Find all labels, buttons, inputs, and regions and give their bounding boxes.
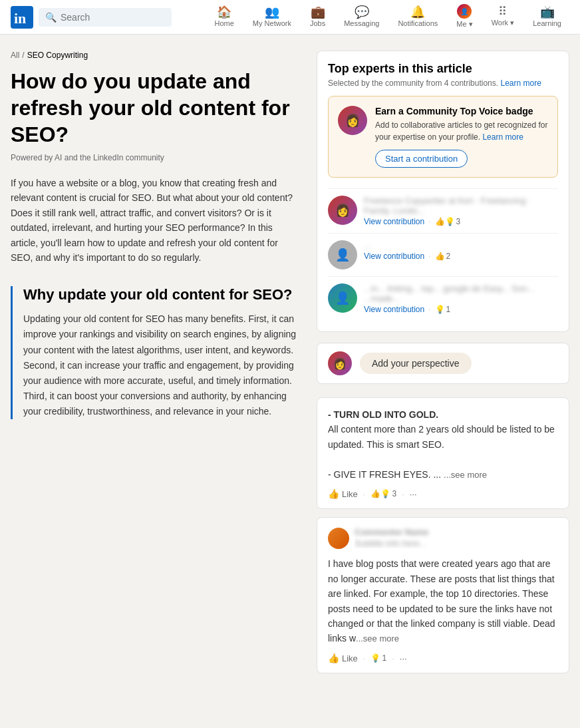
nav-messaging[interactable]: 💬 Messaging bbox=[336, 1, 387, 34]
contributor-info-2: ... View contribution · 👍 2 bbox=[364, 240, 558, 261]
nav-me[interactable]: 👤 Me ▾ bbox=[448, 0, 480, 35]
reaction-icons-1: 👍💡 bbox=[435, 217, 455, 226]
user-avatar: 👤 bbox=[457, 4, 472, 19]
breadcrumb: All / SEO Copywriting bbox=[11, 51, 301, 60]
reaction-emojis-2: 💡 bbox=[370, 653, 380, 663]
article-intro: If you have a website or a blog, you kno… bbox=[11, 176, 301, 265]
like-label-2: Like bbox=[342, 653, 358, 663]
commenter-name-2: Commenter Name bbox=[355, 527, 428, 537]
reaction-icons-2: 👍 bbox=[435, 252, 445, 261]
dot-sep-3: · bbox=[428, 305, 430, 314]
comment-reaction-count-1: 3 bbox=[392, 489, 396, 498]
view-contribution-1[interactable]: View contribution bbox=[364, 217, 424, 226]
badge-promo: 👩 Earn a Community Top Voice badge Add t… bbox=[328, 96, 558, 178]
nav-network-label: My Network bbox=[253, 19, 291, 27]
breadcrumb-all[interactable]: All bbox=[11, 51, 19, 60]
contributor-info-1: Freelance Copywriter at Keri · Freelanci… bbox=[364, 196, 558, 226]
reaction-row-2: 👍 2 bbox=[435, 252, 451, 261]
contributor-item-3: 👤 ...in... linking... top... google de E… bbox=[328, 276, 558, 321]
contributor-info-3: ...in... linking... top... google de Eas… bbox=[364, 283, 558, 314]
right-panel: Top experts in this article Selected by … bbox=[317, 51, 569, 681]
nav-home-label: Home bbox=[215, 19, 234, 27]
reaction-icons-3: 💡 bbox=[435, 305, 445, 314]
badge-promo-content: Earn a Community Top Voice badge Add to … bbox=[375, 106, 548, 168]
nav-jobs[interactable]: 💼 Jobs bbox=[302, 1, 333, 34]
commenter-sub-2: Subtitle info here... bbox=[355, 538, 428, 548]
reaction-count-1: 3 bbox=[456, 217, 461, 226]
comment-card-2: Commenter Name Subtitle info here... I h… bbox=[317, 517, 569, 673]
more-options-2[interactable]: ··· bbox=[400, 653, 407, 663]
nav-home[interactable]: 🏠 Home bbox=[207, 1, 242, 34]
like-button-1[interactable]: 👍 Like bbox=[328, 488, 358, 499]
nav-learning[interactable]: 📺 Learning bbox=[525, 1, 569, 34]
start-contribution-button[interactable]: Start a contribution bbox=[375, 150, 468, 168]
network-icon: 👥 bbox=[265, 6, 279, 18]
nav-network[interactable]: 👥 My Network bbox=[245, 1, 299, 34]
current-user-avatar: 👩 bbox=[328, 351, 352, 375]
reaction-emojis-1: 👍💡 bbox=[370, 489, 390, 498]
reaction-row-3: 💡 1 bbox=[435, 305, 451, 314]
notifications-icon: 🔔 bbox=[410, 6, 425, 18]
like-button-2[interactable]: 👍 Like bbox=[328, 653, 358, 663]
commenter-avatar-2 bbox=[328, 528, 349, 549]
commenter-row-2: Commenter Name Subtitle info here... bbox=[328, 527, 558, 550]
comment-card-1: - TURN OLD INTO GOLD. All content more t… bbox=[317, 397, 569, 509]
reactions-1: 👍💡 3 bbox=[370, 489, 396, 498]
dot-sep-2: · bbox=[428, 252, 430, 261]
see-more-2[interactable]: ...see more bbox=[356, 634, 399, 643]
article-section: Why update your old content for SEO? Upd… bbox=[11, 286, 301, 419]
commenter-info-2: Commenter Name Subtitle info here... bbox=[355, 527, 428, 550]
search-box[interactable]: 🔍 bbox=[39, 8, 172, 27]
comment-actions-1: 👍 Like · 👍💡 3 · ··· bbox=[328, 488, 558, 499]
article-byline: Powered by AI and the LinkedIn community bbox=[11, 153, 301, 162]
nav-me-label: Me ▾ bbox=[456, 20, 472, 29]
nav-work[interactable]: ⠿ Work ▾ bbox=[484, 0, 523, 34]
dot-sep-1: · bbox=[428, 217, 430, 226]
dot-sep-c2: · bbox=[363, 653, 366, 663]
see-more-1[interactable]: ...see more bbox=[444, 470, 487, 480]
nav-notifications[interactable]: 🔔 Notifications bbox=[390, 1, 446, 34]
learn-more-link[interactable]: Learn more bbox=[500, 79, 541, 88]
jobs-icon: 💼 bbox=[311, 6, 325, 18]
article-title: How do you update and refresh your old c… bbox=[11, 68, 301, 148]
top-experts-title: Top experts in this article bbox=[328, 62, 558, 76]
section-title: Why update your old content for SEO? bbox=[23, 286, 301, 303]
view-contribution-2[interactable]: View contribution bbox=[364, 252, 424, 261]
contributor-avatar-3: 👤 bbox=[328, 283, 357, 313]
badge-promo-avatar: 👩 bbox=[338, 106, 367, 135]
article-column: All / SEO Copywriting How do you update … bbox=[11, 51, 301, 433]
main-nav: 🏠 Home 👥 My Network 💼 Jobs 💬 Messaging 🔔… bbox=[207, 0, 569, 35]
linkedin-logo[interactable]: in bbox=[11, 6, 33, 29]
page-layout: All / SEO Copywriting How do you update … bbox=[0, 35, 580, 697]
nav-learning-label: Learning bbox=[533, 19, 561, 27]
nav-notifications-label: Notifications bbox=[398, 19, 438, 27]
search-icon: 🔍 bbox=[45, 12, 57, 23]
contributor-avatar-1: 👩 bbox=[328, 196, 357, 225]
search-input[interactable] bbox=[61, 12, 165, 23]
section-body: Updating your old content for SEO has ma… bbox=[23, 311, 301, 419]
more-options-1[interactable]: ··· bbox=[410, 489, 417, 499]
work-icon: ⠿ bbox=[498, 5, 507, 17]
top-experts-card: Top experts in this article Selected by … bbox=[317, 51, 569, 332]
comment-reaction-count-2: 1 bbox=[382, 653, 386, 663]
contributor-item-1: 👩 Freelance Copywriter at Keri · Freelan… bbox=[328, 188, 558, 233]
badge-learn-more[interactable]: Learn more bbox=[482, 132, 523, 142]
contributor-name-1: Freelance Copywriter at Keri · Freelanci… bbox=[364, 196, 558, 216]
navbar: in 🔍 🏠 Home 👥 My Network 💼 Jobs 💬 Messag… bbox=[0, 0, 580, 35]
like-icon-1: 👍 bbox=[328, 488, 339, 499]
contributor-avatar-2: 👤 bbox=[328, 240, 357, 270]
reaction-count-3: 1 bbox=[446, 305, 451, 314]
like-label-1: Like bbox=[342, 489, 358, 499]
nav-jobs-label: Jobs bbox=[310, 19, 325, 27]
add-perspective-row: 👩 Add your perspective bbox=[317, 343, 569, 384]
comment-body-1: - TURN OLD INTO GOLD. All content more t… bbox=[328, 407, 558, 482]
home-icon: 🏠 bbox=[217, 6, 231, 18]
dot-sep-c2b: · bbox=[392, 653, 394, 663]
reactions-2: 💡 1 bbox=[370, 653, 386, 663]
reaction-row-1: 👍💡 3 bbox=[435, 217, 461, 226]
badge-promo-desc: Add to collaborative articles to get rec… bbox=[375, 119, 548, 143]
add-perspective-button[interactable]: Add your perspective bbox=[360, 353, 472, 374]
view-contribution-3[interactable]: View contribution bbox=[364, 305, 424, 314]
contributor-name-2: ... bbox=[364, 240, 558, 250]
contributor-actions-2: View contribution · 👍 2 bbox=[364, 252, 558, 261]
